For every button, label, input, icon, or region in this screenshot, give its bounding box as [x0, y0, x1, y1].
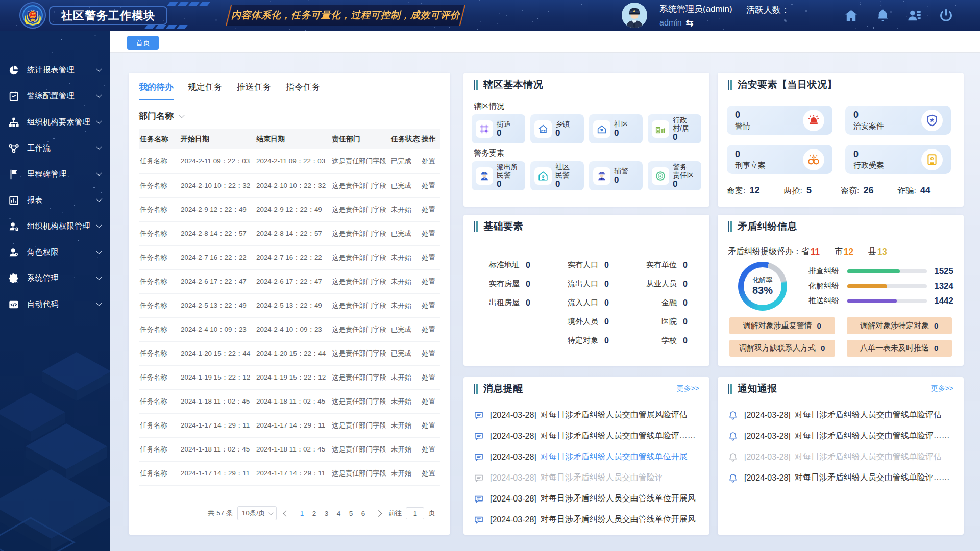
home-icon[interactable]: [844, 8, 859, 23]
task-name: 任务名称: [139, 341, 180, 365]
page-number-6[interactable]: 6: [357, 509, 369, 518]
tile-texts: 警务 责任区 0: [673, 163, 694, 189]
notice-more-link[interactable]: 更多>>: [931, 384, 953, 393]
task-action-link[interactable]: 处置: [421, 197, 440, 221]
task-status: 未开始: [390, 437, 421, 461]
stat-label: 盗窃:: [841, 186, 859, 195]
district-tile-town: 乡镇 0: [530, 114, 584, 143]
todo-card: 我的待办规定任务推送任务指令任务 部门名称 任务名称开始日期结束日期责任部门任务…: [129, 73, 450, 535]
security-label: 刑事立案: [735, 161, 766, 170]
dispute-button-3[interactable]: 八单一表未及时推送0: [847, 340, 952, 357]
basic-item: 特定对象 0: [547, 336, 626, 345]
district-tile-police: 派出所 民警 0: [472, 161, 525, 190]
page-number-2[interactable]: 2: [308, 509, 320, 518]
sidebar-item-flag[interactable]: 里程碑管理: [0, 161, 110, 187]
messages-item[interactable]: [2024-03-28] 对每日涉矛盾纠纷人员交由管展风险评估: [463, 405, 709, 425]
sidebar-item-org-chart[interactable]: 组织机构要素管理: [0, 109, 110, 135]
power-icon[interactable]: [939, 8, 953, 23]
tab-home[interactable]: 首页: [127, 36, 159, 50]
next-page-icon[interactable]: [376, 510, 382, 517]
task-action-link[interactable]: 处置: [421, 269, 440, 293]
prev-page-icon[interactable]: [283, 510, 290, 517]
notices-item[interactable]: [2024-03-28] 对每日涉矛盾纠纷人员交由管线单险评……: [718, 425, 964, 446]
item-text: 对每日涉矛盾纠纷人员交由管线单险评……: [795, 431, 950, 441]
user-avatar[interactable]: [622, 3, 647, 28]
task-dept: 这是责任部门字段: [331, 413, 390, 437]
district-tile-row: 街道 0 乡镇 0 社区 0 行政 村/居 0: [463, 114, 709, 143]
star-dot: [548, 11, 549, 12]
sidebar-item-role[interactable]: 角色权限: [0, 239, 110, 265]
notices-item[interactable]: [2024-03-28] 对每日涉矛盾纠纷人员交由管线单险评估: [718, 405, 964, 425]
page-size-value: 10条/页: [242, 509, 265, 518]
switch-user-icon[interactable]: ⇆: [686, 17, 694, 29]
chevron-down-icon[interactable]: [179, 112, 184, 118]
task-action-link[interactable]: 处置: [421, 341, 440, 365]
messages-item[interactable]: [2024-03-28] 对每日涉矛盾纠纷人员交由管险评: [463, 467, 709, 488]
task-tab-3[interactable]: 指令任务: [286, 73, 321, 100]
department-filter[interactable]: 部门名称: [139, 110, 174, 122]
escalation-level-label: 市: [835, 246, 843, 257]
bell-icon[interactable]: [875, 8, 890, 23]
bar-track: [847, 299, 927, 303]
task-action-link[interactable]: 处置: [421, 293, 440, 317]
page-number-1[interactable]: 1: [296, 509, 308, 518]
shield-icon: [921, 110, 943, 131]
messages-item[interactable]: [2024-03-28] 对每日涉矛盾纠纷人员交由管线单险评……: [463, 425, 709, 446]
sidebar-item-notebook[interactable]: 警综配置管理: [0, 83, 110, 109]
chevron-down-icon: [268, 510, 274, 515]
sidebar-item-label: 自动代码: [27, 299, 97, 309]
sidebar-item-org-permission[interactable]: 组织机构权限管理: [0, 213, 110, 239]
task-action-link[interactable]: 处置: [421, 413, 440, 437]
sidebar-item-pie-chart[interactable]: 统计报表管理: [0, 57, 110, 83]
notices-item[interactable]: [2024-03-28] 对每日涉矛盾纠纷人员交由管线单险评估: [718, 446, 964, 467]
task-action-link[interactable]: 处置: [421, 149, 440, 173]
task-dept: 这是责任部门字段: [331, 197, 390, 221]
messages-item[interactable]: [2024-03-28] 对每日涉矛盾纠纷人员交由管线单位开展风: [463, 509, 709, 530]
police-tile-row: 派出所 民警 0 社区 民警 0 辅警 0 警务 责任区 0: [463, 161, 709, 190]
dash: [167, 2, 178, 6]
task-action-link[interactable]: 处置: [421, 389, 440, 413]
dash: [144, 25, 155, 29]
org-chart-icon: [8, 117, 19, 128]
dispute-button-2[interactable]: 调解双方缺联系人方式0: [729, 340, 835, 357]
messages-item[interactable]: [2024-03-28] 对每日涉矛盾纠纷人员交由管线单位开展风: [463, 488, 709, 509]
dispute-button-1[interactable]: 调解对象涉特定对象0: [847, 317, 952, 334]
dispute-bar-row: 推送纠纷 1442: [808, 296, 953, 306]
page-size-select[interactable]: 10条/页: [237, 506, 277, 520]
star-dot: [218, 7, 219, 7]
basic-value: 0: [604, 280, 611, 289]
page-number-3[interactable]: 3: [320, 509, 332, 518]
page-number-5[interactable]: 5: [345, 509, 357, 518]
slogan-text: 内容体系化，任务可量化，过程可控制，成效可评价: [231, 5, 460, 26]
task-action-link[interactable]: 处置: [421, 461, 440, 485]
contacts-icon[interactable]: [907, 8, 922, 23]
sidebar-item-report[interactable]: 报表: [0, 187, 110, 213]
messages-item[interactable]: [2024-03-28] 对每日涉矛盾纠纷人员交由管线单位开展: [463, 446, 709, 467]
task-action-link[interactable]: 处置: [421, 317, 440, 341]
goto-page-input[interactable]: [406, 507, 424, 519]
task-tab-2[interactable]: 推送任务: [237, 73, 272, 100]
task-action-link[interactable]: 处置: [421, 365, 440, 389]
task-action-link[interactable]: 处置: [421, 245, 440, 269]
tile-value: 0: [555, 179, 570, 189]
page-number-4[interactable]: 4: [332, 509, 345, 518]
message-more-link[interactable]: 更多>>: [677, 384, 699, 393]
sidebar-item-workflow[interactable]: 工作流: [0, 135, 110, 161]
task-tab-1[interactable]: 规定任务: [188, 73, 223, 100]
task-action-link[interactable]: 处置: [421, 221, 440, 245]
notices-item[interactable]: [2024-03-28] 对每日涉矛盾纠纷人员交由管线单险评……: [718, 467, 964, 488]
sidebar-item-label: 警综配置管理: [27, 91, 97, 101]
active-users-label: 活跃人数：: [746, 4, 790, 16]
task-action-link[interactable]: 处置: [421, 437, 440, 461]
dispute-button-0[interactable]: 调解对象涉重复警情0: [729, 317, 835, 334]
username[interactable]: admin: [659, 18, 682, 28]
task-action-link[interactable]: 处置: [421, 173, 440, 197]
security-stat: 盗窃:26: [841, 185, 898, 196]
sidebar-item-code[interactable]: 自动代码: [0, 291, 110, 317]
sidebar-item-gear[interactable]: 系统管理: [0, 265, 110, 291]
chevron-down-icon: [96, 274, 102, 280]
tile-texts: 社区 民警 0: [555, 163, 570, 189]
task-tab-0[interactable]: 我的待办: [139, 73, 174, 100]
total-count: 共 57 条: [208, 509, 233, 518]
town-icon: [534, 120, 552, 138]
